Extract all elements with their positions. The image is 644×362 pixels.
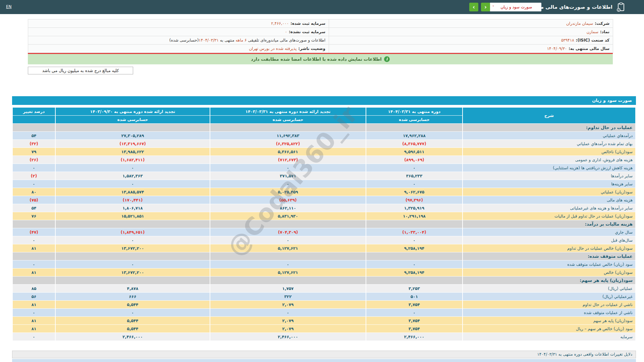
row-label: سود(زیان) ناخالص <box>463 148 635 156</box>
row-label: هزینه کاهش ارزش دریافتني ها (هزینه استثن… <box>463 164 635 172</box>
section-header-row: عملیات در حال تداوم: <box>13 124 635 131</box>
value-cell-restated-quarter: ۳۷۱,۵۷۱ <box>210 172 366 180</box>
subheader-audited-restated-quarter: حسابرسی شده <box>210 116 366 123</box>
percent-change-cell: ۸۱ <box>13 244 55 252</box>
value-cell-restated-year: ۱۳,۶۷۲,۲۰۰ <box>56 244 210 252</box>
info-label: سرمایه ثبت نشده: <box>289 29 325 34</box>
percent-change-cell: ۰ <box>13 260 55 268</box>
statement-row: هزینه های فروش، اداری و عمومی(۸۹۹,۰۶۹)(۷… <box>13 156 635 164</box>
value-cell-restated-year: ۰ <box>56 260 210 268</box>
subheader-percent-empty <box>13 116 55 123</box>
value-cell-restated-quarter: ۵,۳۶۶,۵۶۱ <box>210 148 366 156</box>
footer-cutoff-row <box>12 359 636 362</box>
value-cell-restated-quarter: ۰ <box>210 236 366 244</box>
info-label: سرمایه ثبت شده: <box>290 21 325 26</box>
row-label: سایر درآمدها و هزینه های غیرعملیاتی <box>463 204 635 212</box>
section-empty-cell <box>56 124 210 131</box>
value-cell-restated-quarter: ۰ <box>210 260 366 268</box>
row-label: بهای تمام شده درآمدهاي عملياتي <box>463 140 635 147</box>
subheader-audited-restated-year: حسابرسی شده <box>56 116 210 123</box>
percent-change-cell: ۰ <box>13 164 55 172</box>
row-label: غیرعملیاتي (ریال) <box>463 293 635 300</box>
section-header-row: هزینه مالیات بر درآمد: <box>13 220 635 228</box>
statement-row: سود(زیان) پایه هر سهم۳,۷۵۴۲,۰۷۹۵,۵۴۴۸۱ <box>13 317 635 324</box>
value-cell-current: (۹۷,۳۹۶) <box>366 196 462 204</box>
value-cell-restated-year: (۱۳,۳۱۹,۶۶۷) <box>56 140 210 147</box>
info-label: شرکت: <box>595 21 609 26</box>
statement-row: سایر درآمدها۳۶۵,۲۳۳۳۷۱,۵۷۱۱,۵۸۲,۳۶۳(۲) <box>13 172 635 180</box>
value-cell-restated-quarter: ۰ <box>210 309 366 316</box>
row-label: هزینه های فروش، اداری و عمومی <box>463 156 635 164</box>
footer-reasons-bar: دلایل تغییرات اطلاعات واقعی دوره منتهی ب… <box>12 351 636 358</box>
section-label: هزینه مالیات بر درآمد: <box>463 220 635 228</box>
value-cell-current: ۳,۲۵۳ <box>366 285 462 292</box>
percent-change-cell: (۲۶) <box>13 156 55 164</box>
value-cell-restated-quarter: ۵,۱۲۷,۶۲۱ <box>210 244 366 252</box>
next-statement-button[interactable]: › <box>481 3 490 11</box>
company-info-cell: سرمایه ثبت شده:۲,۴۶۶,۰۰۰ <box>28 19 329 28</box>
row-label: سایر درآمدها <box>463 172 635 180</box>
report-clipboard-icon[interactable] <box>616 2 625 12</box>
company-info-cell: نماد:سمازن <box>329 28 613 36</box>
value-cell-current: (۱,۰۳۳,۰۰۴) <box>366 228 462 236</box>
value-cell-restated-year: (۱۷۰,۴۴۱) <box>56 196 210 204</box>
info-value: ۲,۴۶۶,۰۰۰ <box>271 21 290 26</box>
notice-text: اطلاعات نمایش داده شده با اطلاعات امضا ش… <box>251 57 382 62</box>
row-label: سود (زیان) خالص هر سهم – ریال <box>463 325 635 333</box>
info-text-segment: (حسابرسی شده) <box>169 38 199 43</box>
section-empty-cell <box>13 277 55 284</box>
percent-change-cell: (۴۷) <box>13 228 55 236</box>
percent-change-cell: ۷۹ <box>13 148 55 156</box>
value-cell-restated-quarter: ۰ <box>210 180 366 188</box>
value-cell-restated-quarter: ۸۶۲,۱۱۰ <box>210 204 366 212</box>
info-text-segment: منتهی به <box>219 38 235 43</box>
info-value: سیمان مازندران <box>566 21 595 26</box>
section-empty-cell <box>13 124 55 131</box>
row-label: ناشي از عملیات متوقف شده <box>463 309 635 316</box>
section-empty-cell <box>13 220 55 228</box>
company-info-cell: شرکت:سیمان مازندران <box>329 19 613 28</box>
row-label: ناشي از عملیات در حال تداوم <box>463 301 635 308</box>
statement-row: هزینه کاهش ارزش دریافتني ها (هزینه استثن… <box>13 164 635 172</box>
statement-row: سود (زیان) خالص عملیات متوقف شده۰۰۰۰ <box>13 260 635 268</box>
info-icon: i <box>384 56 390 62</box>
value-cell-restated-year: ۴,۸۷۸ <box>56 285 210 292</box>
income-statement-table: شرح دوره منتهی به ۱۴۰۴/۰۳/۳۱ تجدید ارائه… <box>12 107 636 341</box>
company-info-row: شرکت:سیمان مازندرانسرمایه ثبت شده:۲,۴۶۶,… <box>28 19 613 28</box>
value-cell-restated-year: ۱۳,۶۷۲,۲۰۰ <box>56 268 210 276</box>
value-cell-restated-year: ۵,۵۴۴ <box>56 325 210 333</box>
percent-change-cell: ۸۱ <box>13 325 55 333</box>
value-cell-current: ۳,۷۵۴ <box>366 325 462 333</box>
row-label: سود(زیان) عملیات در حال تداوم قبل از مال… <box>463 212 635 220</box>
signature-match-notice: i اطلاعات نمایش داده شده با اطلاعات امضا… <box>28 54 613 64</box>
info-value: سمازن <box>587 29 600 34</box>
value-cell-restated-year: ۰ <box>56 236 210 244</box>
income-statement-section: صورت سود و زیان شرح دوره منتهی به ۱۴۰۴/۰… <box>12 96 636 341</box>
previous-statement-button[interactable]: ‹ <box>469 3 478 11</box>
row-label: درآمدهاي عملياتي <box>463 132 635 139</box>
section-label: عملیات متوقف شده: <box>463 252 635 260</box>
value-cell-current: ۱,۳۲۵,۹۱۹ <box>366 204 462 212</box>
value-cell-restated-year: ۲۷,۳۰۵,۲۸۹ <box>56 132 210 139</box>
column-header-current-period: دوره منتهی به ۱۴۰۴/۰۳/۳۱ <box>366 108 462 115</box>
percent-change-cell: ۸۱ <box>13 317 55 324</box>
percent-change-cell: ۵۶ <box>13 293 55 300</box>
value-cell-restated-quarter: ۲,۰۷۹ <box>210 317 366 324</box>
percent-change-cell: ۸۱ <box>13 268 55 276</box>
subheader-audited-current: حسابرسی شده <box>366 116 462 123</box>
value-cell-restated-year: (۱,۶۸۲,۴۱۱) <box>56 156 210 164</box>
language-toggle-en[interactable]: EN <box>6 4 12 9</box>
statement-select-dropdown[interactable]: صورت سود و زیان ˅ <box>490 3 541 11</box>
value-cell-restated-quarter: (۷۱۲,۶۷۳) <box>210 156 366 164</box>
currency-unit-note: کلیه مبالغ درج شده به میلیون ریال می باش… <box>28 67 133 74</box>
company-info-cell: سال مالی منتهی به:۱۴۰۴/۰۹/۳۰ <box>329 45 613 53</box>
value-cell-restated-year: ۲,۴۶۶,۰۰۰ <box>56 333 210 341</box>
company-info-table: شرکت:سیمان مازندرانسرمایه ثبت شده:۲,۴۶۶,… <box>28 19 613 53</box>
percent-change-cell: (۲) <box>13 172 55 180</box>
section-empty-cell <box>210 252 366 260</box>
company-info-cell: کد صنعت (ISIC):۵۳۹۴۱۸ <box>329 36 613 45</box>
row-label: سود(زیان) پایه هر سهم <box>463 317 635 324</box>
statement-row: ناشي از عملیات در حال تداوم۳,۷۵۴۲,۰۷۹۵,۵… <box>13 301 635 308</box>
percent-change-cell: ۸۱ <box>13 301 55 308</box>
section-empty-cell <box>210 277 366 284</box>
